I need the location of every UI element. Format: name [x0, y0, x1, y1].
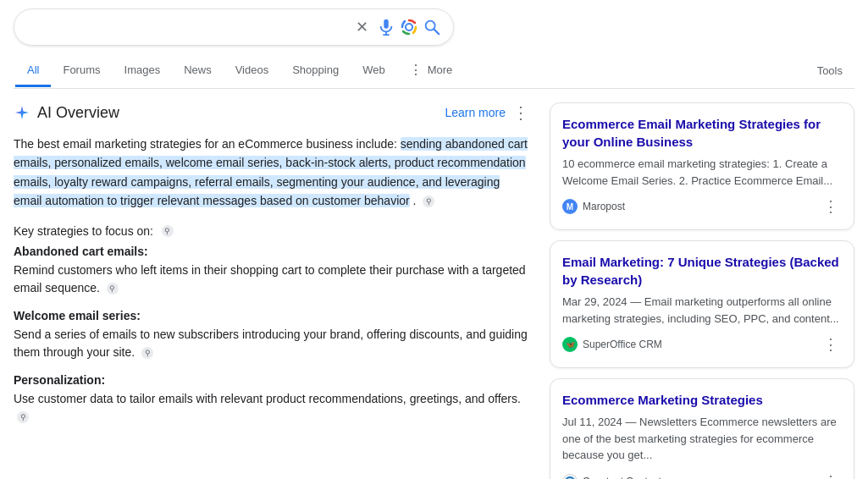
source-name-2: SuperOffice CRM	[583, 339, 662, 350]
result-title-3[interactable]: Ecommerce Marketing Strategies	[562, 391, 842, 409]
strategy-3-link-icon[interactable]: ⚲	[17, 411, 29, 423]
strategy-item-2: Welcome email series: Send a series of e…	[14, 309, 529, 361]
learn-more-button[interactable]: Learn more	[445, 106, 506, 119]
strategy-title-3: Personalization:	[14, 373, 529, 387]
result-2-options-icon[interactable]: ⋮	[820, 333, 842, 355]
result-desc-3: Jul 11, 2024 — Newsletters Ecommerce new…	[562, 414, 842, 464]
svg-rect-0	[384, 19, 389, 29]
source-name-3: Constant Contact	[583, 476, 661, 480]
tab-news[interactable]: News	[172, 55, 224, 87]
main-content: AI Overview Learn more ⋮ The best email …	[0, 89, 868, 479]
tab-images[interactable]: Images	[113, 55, 173, 87]
result-title-2[interactable]: Email Marketing: 7 Unique Strategies (Ba…	[562, 253, 842, 289]
search-icon	[423, 18, 441, 36]
strategy-title-1: Abandoned cart emails:	[14, 245, 529, 258]
strategies-list: Abandoned cart emails: Remind customers …	[14, 245, 529, 426]
ai-summary: The best email marketing strategies for …	[14, 135, 529, 211]
key-strategies-heading: Key strategies to focus on: ⚲	[14, 224, 529, 238]
summary-link-icon[interactable]: ⚲	[423, 195, 434, 207]
strategy-desc-1: Remind customers who left items in their…	[14, 262, 529, 297]
result-3-options-icon[interactable]: ⋮	[820, 471, 842, 480]
lens-icon	[399, 17, 419, 37]
right-panel: Ecommerce Email Marketing Strategies for…	[550, 102, 854, 479]
mic-icon	[377, 18, 395, 36]
tab-all[interactable]: All	[15, 55, 51, 87]
sparkle-icon	[14, 104, 30, 121]
source-logo-2: 🦋	[562, 337, 578, 352]
strategy-desc-3: Use customer data to tailor emails with …	[14, 390, 529, 426]
source-logo-1: M	[562, 199, 578, 214]
result-card-1: Ecommerce Email Marketing Strategies for…	[550, 102, 854, 230]
ai-options-icon[interactable]: ⋮	[512, 102, 529, 123]
strategy-desc-2: Send a series of emails to new subscribe…	[14, 326, 529, 361]
left-panel: AI Overview Learn more ⋮ The best email …	[14, 102, 529, 479]
svg-marker-6	[15, 106, 29, 119]
search-bar-row: What are the best email marketing strate…	[14, 8, 854, 46]
result-footer-1: M Maropost ⋮	[562, 195, 842, 217]
tab-more[interactable]: ⋮ More	[397, 53, 465, 89]
svg-line-5	[434, 30, 440, 35]
result-desc-2: Mar 29, 2024 — Email marketing outperfor…	[562, 294, 842, 327]
tab-shopping[interactable]: Shopping	[280, 55, 351, 87]
strategy-1-link-icon[interactable]: ⚲	[107, 283, 119, 295]
ai-summary-end: .	[413, 194, 417, 207]
svg-point-3	[406, 24, 412, 30]
source-info-2: 🦋 SuperOffice CRM	[562, 337, 662, 352]
ai-overview-top: AI Overview Learn more ⋮	[14, 102, 529, 123]
strategy-item-1: Abandoned cart emails: Remind customers …	[14, 245, 529, 297]
result-1-options-icon[interactable]: ⋮	[820, 195, 842, 217]
lens-button[interactable]	[397, 15, 421, 39]
strategy-title-2: Welcome email series:	[14, 309, 529, 322]
ai-overview-title: AI Overview	[37, 104, 119, 122]
header: What are the best email marketing strate…	[0, 0, 868, 89]
strategies-link-icon[interactable]: ⚲	[162, 225, 174, 237]
result-card-2: Email Marketing: 7 Unique Strategies (Ba…	[550, 240, 854, 368]
strategy-item-3: Personalization: Use customer data to ta…	[14, 373, 529, 426]
search-input[interactable]: What are the best email marketing strate…	[25, 19, 356, 35]
ai-summary-plain: The best email marketing strategies for …	[14, 137, 397, 151]
source-info-1: M Maropost	[562, 199, 625, 214]
result-card-3: Ecommerce Marketing Strategies Jul 11, 2…	[550, 378, 854, 479]
search-bar: What are the best email marketing strate…	[14, 8, 454, 46]
tab-web[interactable]: Web	[351, 55, 397, 87]
result-title-1[interactable]: Ecommerce Email Marketing Strategies for…	[562, 115, 842, 151]
constant-contact-icon	[563, 475, 577, 480]
source-logo-3	[562, 474, 578, 480]
mic-button[interactable]	[375, 16, 397, 38]
ai-header-left: AI Overview	[14, 104, 119, 122]
result-footer-3: Constant Contact ⋮	[562, 471, 842, 480]
search-button[interactable]	[421, 16, 443, 38]
nav-tabs: All Forums Images News Videos Shopping W…	[14, 52, 854, 89]
result-desc-1: 10 ecommerce email marketing strategies:…	[562, 156, 842, 189]
result-footer-2: 🦋 SuperOffice CRM ⋮	[562, 333, 842, 355]
tab-forums[interactable]: Forums	[51, 55, 112, 87]
strategy-2-link-icon[interactable]: ⚲	[141, 347, 153, 359]
more-dots-icon: ⋮	[409, 62, 423, 78]
source-info-3: Constant Contact	[562, 474, 661, 480]
source-name-1: Maropost	[583, 201, 625, 212]
close-icon[interactable]: ✕	[356, 18, 368, 36]
tab-videos[interactable]: Videos	[224, 55, 281, 87]
tab-tools[interactable]: Tools	[805, 56, 854, 85]
ai-top-actions: Learn more ⋮	[445, 102, 529, 123]
